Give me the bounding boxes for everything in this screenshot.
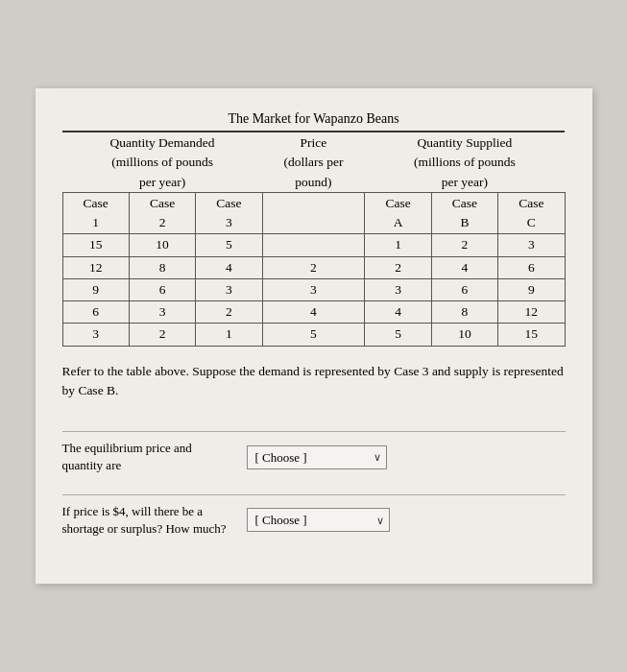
table-row: 3 2 1 5 5 10 15: [62, 324, 565, 346]
question-1-label: The equilibrium price and quantity are: [62, 440, 235, 474]
demand-subheader: (millions of pounds: [111, 155, 213, 169]
question-2-select[interactable]: [ Choose ] Shortage of 6 million Surplus…: [247, 508, 390, 532]
price-subheader: (dollars per: [284, 155, 344, 169]
table-row: 12 8 4 2 2 4 6: [62, 256, 565, 278]
data-table: Quantity Demanded (millions of pounds pe…: [62, 131, 566, 347]
refer-text: Refer to the table above. Suppose the de…: [62, 362, 566, 401]
main-card: The Market for Wapanzo Beans Quantity De…: [36, 88, 592, 584]
question-2-row: If price is $4, will there be a shortage…: [62, 494, 566, 538]
section-header-row: Quantity Demanded (millions of pounds pe…: [62, 132, 565, 192]
table-row: 15 10 5 1 2 3: [62, 234, 565, 256]
question-2-label: If price is $4, will there be a shortage…: [62, 503, 235, 538]
question-1-select[interactable]: [ Choose ] $3, 6 million pounds $4, 8 mi…: [247, 445, 387, 469]
table-title: The Market for Wapanzo Beans: [62, 111, 566, 127]
question-1-row: The equilibrium price and quantity are […: [62, 431, 566, 474]
table-row: 9 6 3 3 3 6 9: [62, 278, 565, 300]
supply-header: Quantity Supplied: [418, 135, 513, 150]
demand-header: Quantity Demanded: [110, 135, 215, 150]
question-2-select-wrapper[interactable]: [ Choose ] Shortage of 6 million Surplus…: [247, 508, 390, 532]
supply-subheader: (millions of pounds: [414, 155, 516, 169]
table-row: 6 3 2 4 4 8 12: [62, 301, 565, 324]
case-label-row: Case1 Case2 Case3 CaseA CaseB CaseC: [62, 192, 565, 234]
question-1-select-wrapper[interactable]: [ Choose ] $3, 6 million pounds $4, 8 mi…: [247, 445, 387, 469]
price-header: Price: [301, 135, 327, 150]
